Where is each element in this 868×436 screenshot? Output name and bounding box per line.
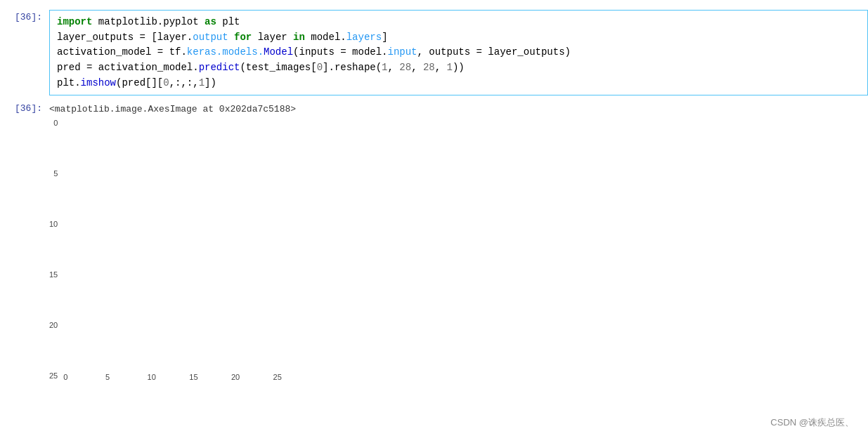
- code-line: pred = activation_model.predict(test_ima…: [57, 60, 860, 76]
- x-axis-label: 10: [148, 373, 190, 381]
- output-prompt: [36]:: [0, 101, 49, 384]
- x-axis-label: 0: [63, 373, 105, 381]
- y-axis-label: 0: [49, 119, 58, 169]
- x-axis-label: 25: [273, 373, 316, 381]
- code-editor[interactable]: import matplotlib.pyplot as pltlayer_out…: [49, 10, 868, 95]
- x-axis-labels: 0510152025: [62, 373, 315, 381]
- y-axis-label: 5: [49, 169, 58, 220]
- y-axis-label: 25: [49, 371, 58, 380]
- plot-canvas-wrapper: 0510152025: [62, 119, 315, 381]
- input-prompt: [36]:: [0, 10, 49, 95]
- output-text: <matplotlib.image.AxesImage at 0x202da7c…: [49, 104, 868, 114]
- input-cell: [36]: import matplotlib.pyplot as pltlay…: [0, 7, 868, 98]
- output-cell: [36]: <matplotlib.image.AxesImage at 0x2…: [0, 98, 868, 387]
- y-axis-label: 15: [49, 270, 58, 321]
- x-axis-label: 5: [105, 373, 148, 381]
- code-line: activation_model = tf.keras.models.Model…: [57, 45, 860, 60]
- x-axis-label: 15: [189, 373, 231, 381]
- y-axis-label: 10: [49, 220, 58, 270]
- y-axis-label: 20: [49, 321, 58, 371]
- y-axis-labels: 0510152025: [49, 119, 62, 380]
- output-content: <matplotlib.image.AxesImage at 0x202da7c…: [49, 101, 868, 384]
- x-axis-label: 20: [231, 373, 273, 381]
- code-line: import matplotlib.pyplot as plt: [57, 15, 860, 30]
- plot-wrapper: 0510152025 0510152025: [49, 119, 868, 381]
- heatmap-plot: [62, 119, 315, 371]
- code-line: plt.imshow(pred[][0,:,:,1]): [57, 76, 860, 91]
- code-line: layer_outputs = [layer.output for layer …: [57, 30, 860, 46]
- watermark: CSDN @诛疾总医、: [770, 416, 854, 429]
- notebook-container: [36]: import matplotlib.pyplot as pltlay…: [0, 0, 868, 436]
